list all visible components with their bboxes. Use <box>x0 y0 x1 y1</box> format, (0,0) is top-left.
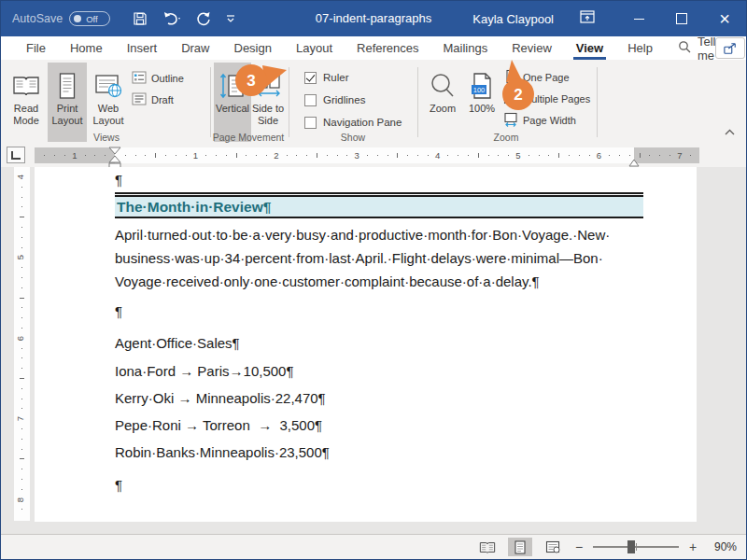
autosave-control[interactable]: AutoSave Off <box>12 11 110 26</box>
minimize-icon <box>634 19 644 20</box>
ruler-number: 6 <box>597 150 601 161</box>
web-layout-button[interactable]: Web Layout <box>89 63 128 142</box>
maximize-button[interactable] <box>660 1 703 36</box>
zoom-big-label: Zoom <box>430 103 456 115</box>
draft-button[interactable]: Draft <box>132 89 184 110</box>
page-movement-group-label: Page Movement <box>210 132 287 143</box>
checkbox-navigation-pane[interactable]: Navigation Pane <box>304 111 402 133</box>
read-mode-icon <box>11 69 41 103</box>
ruler-tick <box>246 155 247 156</box>
vertical-label: Vertical <box>216 103 249 115</box>
ruler-tick <box>94 155 95 156</box>
side-to-side-label: Side to Side <box>251 103 285 127</box>
tab-draw[interactable]: Draw <box>169 36 221 60</box>
vertical-ruler[interactable]: 45678 <box>14 167 30 521</box>
tell-me-control[interactable]: Tell me <box>678 35 716 63</box>
ruler-number: 7 <box>15 416 25 421</box>
tab-help[interactable]: Help <box>615 36 665 60</box>
ruler-number: 8 <box>15 497 25 501</box>
tab-review[interactable]: Review <box>500 36 564 60</box>
ruler-tick <box>21 317 22 318</box>
draft-label: Draft <box>151 94 174 105</box>
collapse-ribbon-icon[interactable] <box>725 122 735 139</box>
ruler-tick <box>306 155 307 156</box>
user-name[interactable]: Kayla Claypool <box>472 12 554 26</box>
titlebar-right: Kayla Claypool × <box>472 1 746 36</box>
checkbox-box[interactable] <box>304 117 317 129</box>
tab-file[interactable]: File <box>14 36 58 60</box>
ruler-tick <box>337 155 338 156</box>
tab-references[interactable]: References <box>345 36 430 60</box>
tab-selector[interactable] <box>7 147 25 163</box>
callout-step-2-number: 2 <box>514 86 522 104</box>
zoom-in-button[interactable]: + <box>687 539 698 554</box>
statusbar-read-mode-button[interactable] <box>475 538 500 556</box>
ribbon-tabs: FileHomeInsertDrawDesignLayoutReferences… <box>1 36 665 60</box>
checkbox-box[interactable] <box>304 72 317 84</box>
ruler-tick <box>165 155 166 156</box>
ruler-tick <box>155 153 156 158</box>
document-page[interactable]: ¶ The·Month·in·Review¶ April·turned·out·… <box>35 167 697 522</box>
ruler-tick <box>296 155 297 156</box>
ruler-tick <box>417 155 418 156</box>
ruler-number: 3 <box>355 150 359 161</box>
ribbon-display-options-icon[interactable] <box>580 10 595 27</box>
document-content: ¶ The·Month·in·Review¶ April·turned·out·… <box>115 169 643 496</box>
table-title-line[interactable]: Agent·Office·Sales¶ <box>115 333 643 354</box>
zoom-slider-handle[interactable] <box>627 540 635 553</box>
zoom-100-button[interactable]: 100 100% <box>462 63 501 142</box>
tab-layout[interactable]: Layout <box>284 36 345 60</box>
print-layout-button[interactable]: Print Layout <box>48 63 87 142</box>
minimize-button[interactable] <box>617 1 660 36</box>
checkbox-ruler[interactable]: Ruler <box>304 66 402 89</box>
redo-icon[interactable] <box>196 11 211 26</box>
checkbox-gridlines[interactable]: Gridlines <box>304 89 402 111</box>
autosave-toggle[interactable]: Off <box>69 11 110 26</box>
ruler-tick <box>21 227 22 228</box>
zoom-button[interactable]: Zoom <box>423 63 462 142</box>
read-mode-button[interactable]: Read Mode <box>7 63 46 142</box>
checkbox-box[interactable] <box>304 94 317 106</box>
tab-home[interactable]: Home <box>58 36 115 60</box>
ruler-tick <box>21 428 22 429</box>
body-paragraph[interactable]: April·turned·out·to·be·a·very·busy·and·p… <box>115 223 643 293</box>
statusbar-web-layout-button[interactable] <box>541 538 565 556</box>
ruler-tick <box>447 155 448 156</box>
ruler-tick <box>589 155 590 156</box>
outline-button[interactable]: Outline <box>132 67 184 89</box>
share-button[interactable] <box>715 37 745 59</box>
paragraph-mark: ¶ <box>115 169 643 191</box>
ruler-tick <box>21 267 22 268</box>
ruler-tick <box>176 155 176 156</box>
undo-icon[interactable] <box>162 11 181 26</box>
draft-icon <box>132 92 147 107</box>
statusbar-print-layout-button[interactable] <box>508 538 532 556</box>
customize-toolbar-icon[interactable] <box>226 14 235 23</box>
agent-rows[interactable]: Iona·Ford → Paris→10,500¶Kerry·Oki → Min… <box>115 361 643 462</box>
ruler-tick <box>21 479 22 480</box>
ruler-tick <box>407 155 408 156</box>
ruler-number: 7 <box>677 150 682 161</box>
tab-view[interactable]: View <box>564 36 615 60</box>
horizontal-ruler[interactable]: 11234567 <box>35 147 699 163</box>
ruler-tick <box>20 458 24 459</box>
ruler-tick <box>21 187 22 188</box>
ruler-tick <box>388 155 388 156</box>
save-icon[interactable] <box>133 11 148 26</box>
zoom-out-button[interactable]: − <box>573 539 585 554</box>
ruler-tick <box>468 155 469 156</box>
ruler-tick <box>266 155 267 156</box>
ruler-tick <box>21 277 22 278</box>
ruler-tick <box>21 328 22 329</box>
zoom-slider[interactable] <box>593 546 679 548</box>
tab-mailings[interactable]: Mailings <box>431 36 500 60</box>
ruler-tick <box>85 155 86 156</box>
tab-insert[interactable]: Insert <box>115 36 170 60</box>
ruler-tick <box>428 155 429 156</box>
zoom-percent[interactable]: 90% <box>707 540 737 553</box>
document-heading[interactable]: The·Month·in·Review¶ <box>115 195 643 218</box>
close-button[interactable]: × <box>703 1 746 36</box>
group-divider <box>210 67 211 137</box>
body-text-line: business·was·up·34·percent·from·last·Apr… <box>115 246 643 270</box>
page-width-icon <box>503 112 518 129</box>
